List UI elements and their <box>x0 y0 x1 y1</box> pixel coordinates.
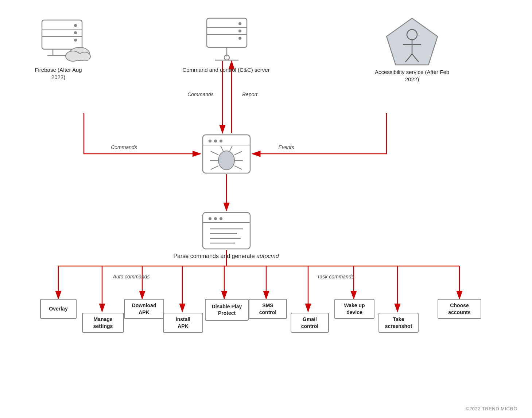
disable-play-protect-box: Disable PlayProtect <box>205 299 249 321</box>
svg-point-33 <box>220 140 222 142</box>
svg-point-25 <box>407 30 417 40</box>
choose-accounts-box: Chooseaccounts <box>438 299 481 319</box>
svg-line-38 <box>211 166 218 169</box>
accessibility-label: Accessibility service (After Feb 2022) <box>372 69 452 83</box>
commands-left-label: Commands <box>98 144 149 151</box>
svg-point-11 <box>69 47 90 60</box>
svg-line-29 <box>412 54 419 62</box>
diagram: Firebase (After Aug 2022) Command and co… <box>0 0 532 418</box>
take-screenshot-box: Takescreenshot <box>378 313 419 333</box>
svg-point-6 <box>74 31 77 34</box>
svg-point-5 <box>74 24 77 27</box>
svg-rect-30 <box>203 135 250 173</box>
parse-label: Parse commands and generate autocmd <box>146 252 306 260</box>
svg-line-28 <box>405 54 412 62</box>
svg-point-12 <box>66 51 80 61</box>
svg-point-19 <box>238 30 241 32</box>
install-apk-box: InstallAPK <box>163 313 203 333</box>
download-apk-box: DownloadAPK <box>124 299 164 319</box>
commands-down-label: Commands <box>182 91 219 98</box>
cnc-label: Command and control (C&C) server <box>168 66 284 74</box>
svg-point-35 <box>218 151 234 170</box>
sms-control-box: SMScontrol <box>249 299 287 319</box>
overlay-box: Overlay <box>40 299 77 319</box>
wake-up-device-box: Wake updevice <box>334 299 374 319</box>
events-label: Events <box>266 144 306 151</box>
firebase-label: Firebase (After Aug 2022) <box>29 66 88 81</box>
svg-point-47 <box>220 217 222 220</box>
manage-settings-box: Managesettings <box>82 313 124 333</box>
svg-point-32 <box>214 140 217 142</box>
svg-point-22 <box>224 55 229 60</box>
task-commands-label: Task commands <box>284 273 387 280</box>
svg-line-43 <box>230 146 232 151</box>
svg-rect-2 <box>42 20 82 49</box>
svg-rect-14 <box>71 54 89 60</box>
svg-rect-44 <box>203 212 250 249</box>
svg-line-42 <box>221 146 223 151</box>
svg-line-41 <box>234 166 242 169</box>
copyright: ©2022 TREND MICRO <box>466 406 517 411</box>
gmail-control-box: Gmailcontrol <box>291 313 329 333</box>
svg-marker-24 <box>387 18 438 65</box>
svg-line-36 <box>211 151 218 155</box>
svg-point-46 <box>214 217 217 220</box>
svg-point-13 <box>79 52 90 61</box>
svg-point-45 <box>209 217 211 220</box>
auto-commands-label: Auto commands <box>80 273 182 280</box>
svg-point-18 <box>238 22 241 25</box>
svg-point-20 <box>238 37 241 40</box>
svg-point-31 <box>209 140 211 142</box>
report-label: Report <box>233 91 266 98</box>
svg-rect-15 <box>207 18 247 47</box>
svg-line-39 <box>234 151 242 155</box>
svg-point-7 <box>74 39 77 42</box>
